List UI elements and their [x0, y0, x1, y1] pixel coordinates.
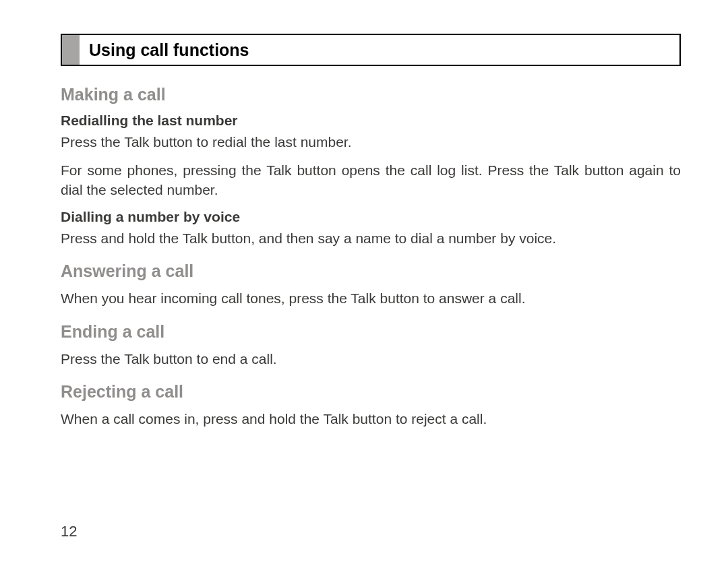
title-accent: [62, 35, 80, 65]
body-text: When a call comes in, press and hold the…: [61, 410, 681, 429]
sub-heading-redial: Redialling the last number: [61, 113, 681, 129]
body-text: Press and hold the Talk button, and then…: [61, 229, 681, 248]
title-box: Using call functions: [61, 34, 681, 66]
section-heading-answering: Answering a call: [61, 261, 681, 281]
body-text: Press the Talk button to redial the last…: [61, 133, 681, 152]
body-text: Press the Talk button to end a call.: [61, 350, 681, 369]
body-text: For some phones, pressing the Talk butto…: [61, 161, 681, 199]
section-heading-making: Making a call: [61, 85, 681, 104]
section-heading-ending: Ending a call: [61, 322, 681, 342]
page-title: Using call functions: [80, 35, 259, 65]
body-text: When you hear incoming call tones, press…: [61, 289, 681, 308]
sub-heading-voice: Dialling a number by voice: [61, 209, 681, 225]
section-heading-rejecting: Rejecting a call: [61, 382, 681, 402]
page-number: 12: [61, 523, 77, 540]
